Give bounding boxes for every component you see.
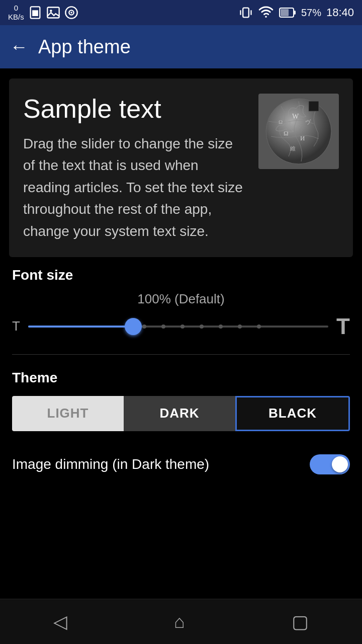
svg-text:Ω: Ω bbox=[279, 119, 283, 125]
preview-text-area: Sample text Drag the slider to change th… bbox=[23, 94, 248, 242]
image-dimming-label: Image dimming (in Dark theme) bbox=[12, 456, 209, 472]
preview-box: Sample text Drag the slider to change th… bbox=[9, 78, 353, 257]
svg-rect-2 bbox=[47, 8, 59, 18]
theme-section: Theme LIGHT DARK BLACK bbox=[0, 370, 362, 431]
svg-rect-1 bbox=[32, 10, 38, 16]
font-size-slider[interactable] bbox=[28, 316, 328, 337]
battery-percent: 57% bbox=[301, 7, 321, 19]
svg-point-15 bbox=[266, 99, 331, 164]
music-icon bbox=[64, 6, 78, 20]
theme-black-button[interactable]: BLACK bbox=[235, 396, 350, 431]
font-size-value: 100% (Default) bbox=[12, 291, 350, 307]
bottom-nav: ◁ ⌂ ▢ bbox=[0, 599, 362, 644]
svg-rect-13 bbox=[281, 9, 289, 16]
image-dimming-row: Image dimming (in Dark theme) bbox=[0, 449, 362, 474]
slider-dot bbox=[219, 325, 223, 329]
sample-body: Drag the slider to change the size of th… bbox=[23, 133, 248, 242]
slider-thumb[interactable] bbox=[125, 318, 142, 335]
status-bar: 0KB/s 57% 18:40 bbox=[0, 0, 362, 25]
svg-point-10 bbox=[265, 16, 267, 17]
slider-filled bbox=[28, 326, 133, 328]
small-t-label: T bbox=[12, 318, 20, 334]
svg-marker-22 bbox=[309, 101, 319, 111]
back-button[interactable]: ← bbox=[10, 36, 28, 57]
slider-dot bbox=[142, 325, 146, 329]
sim-icon bbox=[28, 6, 42, 20]
wiki-globe-image: W Ω И 維 ヴ Ω bbox=[258, 94, 339, 169]
svg-text:W: W bbox=[292, 113, 299, 120]
svg-rect-12 bbox=[294, 11, 296, 15]
slider-track bbox=[28, 326, 328, 328]
svg-point-3 bbox=[50, 10, 52, 12]
image-dimming-toggle[interactable] bbox=[310, 454, 350, 474]
nav-back-button[interactable]: ◁ bbox=[53, 611, 67, 632]
svg-point-6 bbox=[70, 12, 72, 14]
svg-text:ヴ: ヴ bbox=[305, 119, 311, 125]
slider-dot bbox=[238, 325, 242, 329]
time: 18:40 bbox=[326, 6, 354, 19]
slider-dot bbox=[200, 325, 204, 329]
sample-heading: Sample text bbox=[23, 94, 248, 124]
svg-text:И: И bbox=[300, 134, 305, 142]
font-size-section: Font size 100% (Default) T T bbox=[0, 267, 362, 339]
nav-recent-button[interactable]: ▢ bbox=[292, 611, 309, 632]
slider-dot bbox=[257, 325, 261, 329]
vibrate-icon bbox=[239, 6, 253, 20]
page-title: App theme bbox=[38, 36, 131, 58]
status-left: 0KB/s bbox=[8, 4, 78, 22]
slider-dot bbox=[180, 325, 185, 329]
svg-text:維: 維 bbox=[290, 145, 296, 151]
large-t-label: T bbox=[336, 314, 350, 339]
theme-dark-button[interactable]: DARK bbox=[124, 396, 235, 431]
slider-dot bbox=[161, 325, 165, 329]
slider-row: T T bbox=[12, 314, 350, 339]
nav-home-button[interactable]: ⌂ bbox=[174, 611, 185, 632]
svg-rect-7 bbox=[243, 8, 249, 18]
theme-label: Theme bbox=[12, 370, 350, 386]
status-kb: 0KB/s bbox=[8, 4, 24, 22]
status-right: 57% 18:40 bbox=[239, 6, 354, 20]
wifi-icon bbox=[258, 6, 274, 20]
theme-light-button[interactable]: LIGHT bbox=[12, 396, 124, 431]
theme-buttons: LIGHT DARK BLACK bbox=[12, 396, 350, 431]
battery-icon bbox=[279, 7, 296, 18]
font-size-label: Font size bbox=[12, 267, 350, 283]
top-bar: ← App theme bbox=[0, 25, 362, 68]
svg-text:Ω: Ω bbox=[284, 129, 289, 137]
toggle-knob bbox=[332, 456, 348, 472]
divider bbox=[12, 354, 350, 355]
image-icon bbox=[46, 6, 60, 20]
